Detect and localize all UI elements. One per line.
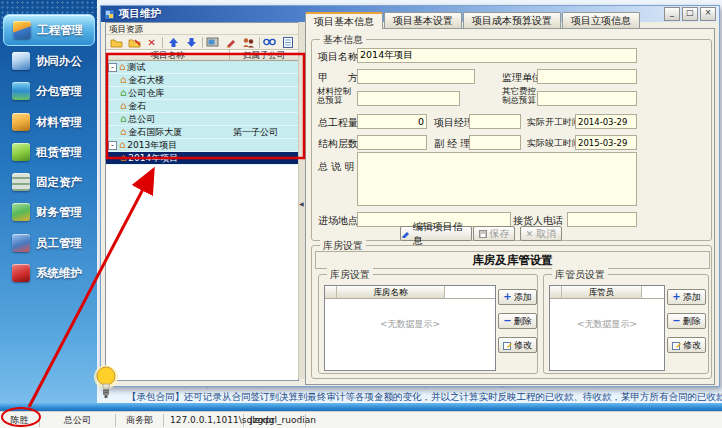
warehouse-node-icon: ⌂ [120,88,126,98]
save-icon [479,230,487,238]
basic-info-groupbox: 基本信息 项目名称* 甲 方 监理单位 材料控制总预算 其它费控制总预算 总工程… [311,39,712,241]
keeper-modify-button[interactable]: 修改 [667,337,706,353]
subcontract-icon [12,82,30,100]
pen-icon [225,37,236,48]
modify-pad-icon [672,341,681,350]
company-node-icon: ⌂ [120,114,126,124]
move-up-button[interactable] [166,36,181,49]
edit-project-button[interactable]: 编辑项目信息 [400,226,472,241]
view-button[interactable] [205,36,220,49]
office-icon [12,52,30,70]
tree-row[interactable]: ⌂金石国际大厦第一子公司 [106,126,298,139]
tree-row[interactable]: ⌂公司仓库 [106,87,298,100]
tree-column-headers: 项目名称 归属子公司 [106,50,298,61]
new-folder-button[interactable] [109,36,124,49]
tree-row-label: 金石国际大厦 [128,126,182,139]
tab-project-approval-info[interactable]: 项目立项信息 [562,12,640,29]
collapse-expander-icon[interactable]: - [108,141,117,150]
collapse-expander-icon[interactable]: - [108,63,117,72]
tree-row[interactable]: ⌂总公司 [106,113,298,126]
actual-end-input[interactable] [575,135,637,150]
project-maintenance-dialog: 项目维护 _ □ × 项目资源 ✕ [100,5,720,387]
blue-pen-icon [401,229,410,238]
tree-row-selected[interactable]: ⌂2014年项目 [106,152,298,165]
remove-button-label: 删除 [514,315,532,328]
sidebar-item-subcontract[interactable]: 分包管理 [3,77,95,105]
sidebar-item-leasing[interactable]: 租赁管理 [3,138,95,166]
actual-start-input[interactable] [575,114,637,129]
project-node-icon: ⌂ [119,62,125,72]
sidebar-item-label: 分包管理 [36,84,82,99]
actual-end-label: 实际竣工时间 [527,137,581,150]
material-budget-input[interactable] [357,91,460,106]
deputy-manager-label: 副 经 理 [434,137,470,151]
warehouse-remove-button[interactable]: −删除 [498,313,537,329]
save-button[interactable]: 保存 [473,226,515,241]
keeper-table[interactable]: 库管员 <无数据显示> [549,285,665,371]
tab-basic-settings[interactable]: 项目基本设置 [384,12,462,29]
site-location-label: 进场地点 [318,214,358,228]
supervisor-label: 监理单位 [502,71,542,85]
main-nav-sidebar: 工程管理 协同办公 分包管理 材料管理 租赁管理 固定资产 财务管理 员工管理 … [0,0,97,410]
sidebar-item-finance[interactable]: 财务管理 [3,198,95,226]
deputy-manager-input[interactable] [469,135,521,150]
tip-lightbulb-icon [93,363,119,407]
receiver-phone-input[interactable] [567,212,637,227]
supervisor-input[interactable] [537,69,637,84]
sidebar-item-fixed-assets[interactable]: 固定资产 [3,168,95,196]
warehouse-table-header: 库房名称 [325,286,495,299]
warehouse-modify-button[interactable]: 修改 [498,337,537,353]
keeper-remove-button[interactable]: −删除 [667,313,706,329]
tree-row[interactable]: -⌂测试 [106,61,298,74]
total-quantity-input[interactable] [357,114,427,129]
users-icon [242,37,255,48]
warehouse-table[interactable]: 库房名称 <无数据显示> [324,285,496,371]
sidebar-item-system[interactable]: 系统维护 [3,259,95,287]
viewer-icon [206,37,219,47]
description-textarea[interactable] [357,152,637,206]
move-down-button[interactable] [184,36,199,49]
plus-icon: + [503,292,511,302]
no-data-text: <无数据显示> [325,318,495,331]
keeper-column-header[interactable]: 库管员 [562,286,642,298]
party-a-label: 甲 方 [318,71,358,85]
sidebar-item-materials[interactable]: 材料管理 [3,108,95,136]
tab-cost-budget-settings[interactable]: 项目成本预算设置 [463,12,561,29]
report-button[interactable] [280,36,295,49]
tree-row[interactable]: -⌂2013年项目 [106,139,298,152]
cancel-button[interactable]: ✕ 取消 [520,226,562,241]
tab-basic-info[interactable]: 项目基本信息 [305,12,383,29]
toolbox-icon [12,264,30,282]
rename-folder-button[interactable] [127,36,142,49]
delete-button[interactable]: ✕ [144,36,159,49]
users-button[interactable] [241,36,256,49]
engineering-worker-icon [13,21,31,39]
warehouse-name-column-header[interactable]: 库房名称 [337,286,445,298]
collapse-left-icon[interactable]: ◀ [299,200,304,207]
sidebar-item-employees[interactable]: 员工管理 [3,229,95,257]
tree-row-label: 金石 [128,100,146,113]
sidebar-item-engineering[interactable]: 工程管理 [3,14,95,46]
minus-icon: − [672,316,680,326]
keeper-add-button[interactable]: +添加 [667,289,706,305]
party-a-input[interactable] [357,69,475,84]
project-manager-input[interactable] [469,114,521,129]
warehouse-add-button[interactable]: +添加 [498,289,537,305]
tree-rows: -⌂测试 ⌂金石大楼 ⌂公司仓库 ⌂金石 ⌂总公司 ⌂金石国际大厦第一子公司 -… [106,61,298,165]
structure-floors-label: 结构层数 [318,137,358,151]
column-header-subcompany[interactable]: 归属子公司 [230,50,298,61]
other-budget-label-line2: 制总预算 [502,95,536,105]
tree-row[interactable]: ⌂金石 [106,100,298,113]
row-selector-column [550,286,562,298]
sidebar-item-collaboration[interactable]: 协同办公 [3,47,95,75]
project-name-input[interactable] [357,48,637,63]
status-server: 127.0.0.1,1011\sqlexpr [164,414,244,427]
material-box-icon [12,113,30,131]
find-button[interactable] [263,36,278,49]
other-budget-input[interactable] [537,91,637,106]
column-header-project-name[interactable]: 项目名称 [106,50,230,61]
structure-floors-input[interactable] [357,135,427,150]
arrow-up-icon [168,37,179,48]
tree-row[interactable]: ⌂金石大楼 [106,74,298,87]
pen-button[interactable] [223,36,238,49]
